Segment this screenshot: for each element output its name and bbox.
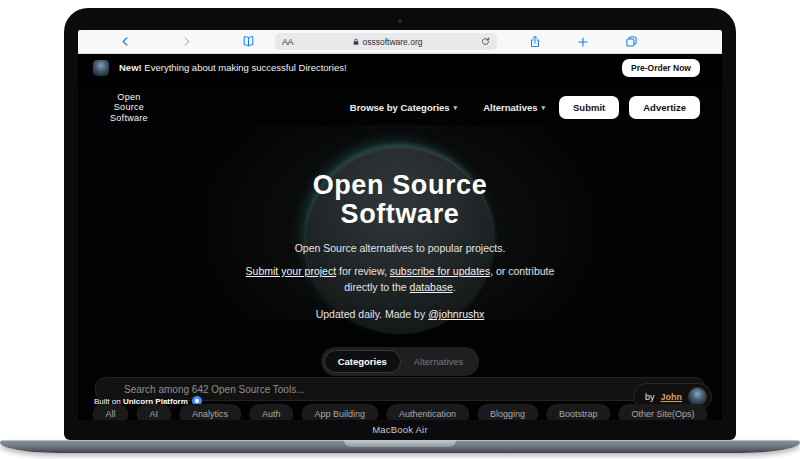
- chevron-down-icon: ▾: [454, 104, 458, 112]
- category-pill[interactable]: All: [92, 404, 128, 420]
- macbook-mockup: AA osssoftware.org: [0, 0, 800, 459]
- page-title: Open Source Software: [78, 125, 722, 229]
- banner-badge: New!: [119, 62, 142, 73]
- webpage: New! Everything about making successful …: [78, 54, 722, 420]
- category-pill[interactable]: AI: [136, 404, 171, 420]
- category-pill[interactable]: App Building: [301, 404, 378, 420]
- category-pill[interactable]: Bootstrap: [546, 404, 611, 420]
- site-navbar: Open Source Software Browse by Categorie…: [78, 81, 722, 125]
- macbook-hinge-notch: [344, 440, 456, 447]
- logo-line: Open: [110, 92, 148, 103]
- john-link[interactable]: John: [661, 392, 683, 402]
- tabs-overview-icon[interactable]: [625, 35, 638, 48]
- category-pill[interactable]: Other Site(Ops): [619, 404, 708, 420]
- updated-line: Updated daily. Made by @johnrushx: [78, 308, 722, 320]
- reload-button[interactable]: [481, 37, 490, 46]
- preorder-button[interactable]: Pre-Order Now: [622, 59, 700, 77]
- bookmarks-icon[interactable]: [242, 35, 255, 48]
- view-tabs: Categories Alternatives: [78, 347, 722, 376]
- new-tab-icon[interactable]: [577, 36, 589, 48]
- lock-icon: [352, 38, 360, 46]
- logo-line: Software: [110, 113, 148, 124]
- database-link[interactable]: database: [410, 281, 453, 293]
- submit-button[interactable]: Submit: [559, 96, 619, 119]
- url-text: osssoftware.org: [363, 37, 423, 47]
- share-icon[interactable]: [529, 35, 541, 48]
- tabs-container: Categories Alternatives: [321, 347, 480, 376]
- hero-tagline: Open Source alternatives to popular proj…: [78, 242, 722, 254]
- browser-toolbar: AA osssoftware.org: [78, 30, 722, 54]
- forward-button[interactable]: [181, 36, 192, 47]
- announcement-banner: New! Everything about making successful …: [78, 54, 722, 81]
- logo-line: Source: [110, 102, 148, 113]
- address-bar[interactable]: AA osssoftware.org: [275, 33, 497, 50]
- tab-alternatives[interactable]: Alternatives: [401, 351, 477, 372]
- category-pill[interactable]: Auth: [249, 404, 294, 420]
- category-pill[interactable]: Analytics: [179, 404, 241, 420]
- macbook-label: MacBook Air: [64, 424, 736, 435]
- johnrushx-link[interactable]: @johnrushx: [428, 308, 484, 320]
- macbook-frame: AA osssoftware.org: [64, 8, 736, 440]
- site-logo[interactable]: Open Source Software: [110, 92, 148, 124]
- nav-item-browse-categories[interactable]: Browse by Categories ▾: [350, 102, 457, 113]
- category-pill[interactable]: Blogging: [477, 404, 538, 420]
- back-button[interactable]: [120, 36, 131, 47]
- category-pill-row: AllAIAnalyticsAuthApp BuildingAuthentica…: [92, 404, 707, 420]
- nav-item-alternatives[interactable]: Alternatives ▾: [483, 102, 545, 113]
- advertize-button[interactable]: Advertize: [629, 96, 700, 119]
- banner-text: New! Everything about making successful …: [119, 62, 347, 73]
- reader-button[interactable]: AA: [282, 37, 293, 47]
- macbook-base: [0, 440, 800, 453]
- category-pill[interactable]: Authentication: [386, 404, 469, 420]
- tab-categories[interactable]: Categories: [324, 350, 401, 373]
- banner-message: Everything about making successful Direc…: [142, 62, 347, 73]
- hero-section: Open Source Software Open Source alterna…: [78, 125, 722, 320]
- submit-project-link[interactable]: Submit your project: [246, 265, 336, 277]
- subscribe-link[interactable]: subscribe for updates: [390, 265, 490, 277]
- banner-avatar: [93, 60, 109, 76]
- hero-cta-line: Submit your project for review, subscrib…: [235, 263, 565, 295]
- browser-window: AA osssoftware.org: [78, 30, 722, 420]
- webcam-dot: [398, 19, 402, 23]
- chevron-down-icon: ▾: [542, 104, 546, 112]
